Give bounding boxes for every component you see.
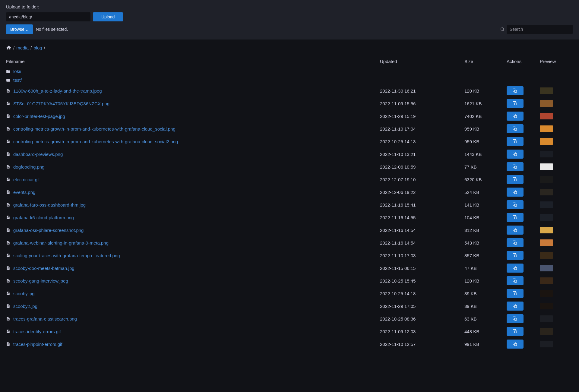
copy-button[interactable] <box>507 162 524 171</box>
copy-button[interactable] <box>507 200 524 209</box>
file-link[interactable]: STScI-01G77PKYA4T05YKJ3EDQ36NZCX.png <box>13 101 109 106</box>
file-icon <box>6 139 10 144</box>
folder-link[interactable]: loki/ <box>13 69 21 74</box>
preview-thumb[interactable] <box>540 100 553 107</box>
copy-button[interactable] <box>507 175 524 184</box>
copy-button[interactable] <box>507 302 524 311</box>
preview-thumb[interactable] <box>540 151 553 157</box>
copy-button[interactable] <box>507 150 524 159</box>
file-link[interactable]: scaling-your-traces-with-grafana-tempo_f… <box>13 253 120 258</box>
file-link[interactable]: scooby2.jpg <box>13 304 37 309</box>
copy-button[interactable] <box>507 188 524 197</box>
file-link[interactable]: dogfooding.png <box>13 164 44 169</box>
preview-thumb[interactable] <box>540 277 553 284</box>
size-cell: 77 KB <box>464 164 507 169</box>
copy-button[interactable] <box>507 226 524 235</box>
copy-button[interactable] <box>507 112 524 121</box>
preview-thumb[interactable] <box>540 315 553 322</box>
copy-icon <box>513 177 517 182</box>
updated-cell: 2022-10-25 14:18 <box>380 291 464 296</box>
preview-thumb[interactable] <box>540 189 553 195</box>
file-link[interactable]: electriccar.gif <box>13 177 40 182</box>
preview-thumb[interactable] <box>540 87 553 94</box>
folder-link[interactable]: test/ <box>13 77 22 83</box>
preview-thumb[interactable] <box>540 138 553 145</box>
file-link[interactable]: scooby.jpg <box>13 291 35 296</box>
preview-thumb[interactable] <box>540 227 553 233</box>
preview-thumb[interactable] <box>540 252 553 259</box>
table-body: loki/ test/ 1180w-600h_a-to-z-lady-and-t… <box>6 67 573 350</box>
breadcrumb: / media / blog / <box>0 40 579 56</box>
copy-button[interactable] <box>507 251 524 260</box>
file-link[interactable]: grafana-webinar-alerting-in-grafana-9-me… <box>13 240 109 245</box>
svg-point-0 <box>501 28 504 30</box>
preview-thumb[interactable] <box>540 265 553 271</box>
file-link[interactable]: 1180w-600h_a-to-z-lady-and-the-tramp.jpe… <box>13 88 102 93</box>
breadcrumb-media[interactable]: media <box>16 45 29 50</box>
copy-button[interactable] <box>507 86 524 95</box>
copy-button[interactable] <box>507 213 524 222</box>
copy-button[interactable] <box>507 238 524 247</box>
file-link[interactable]: grafana-faro-oss-dashboard-thm.jpg <box>13 202 86 207</box>
copy-button[interactable] <box>507 327 524 336</box>
file-row: dashboard-previews.png 2022-11-10 13:21 … <box>6 148 573 160</box>
header-filename[interactable]: Filename <box>6 59 380 64</box>
file-link[interactable]: scooby-gang-interview.jpeg <box>13 278 68 283</box>
home-icon[interactable] <box>6 45 11 50</box>
file-icon <box>6 266 10 270</box>
copy-button[interactable] <box>507 124 524 133</box>
preview-thumb[interactable] <box>540 328 553 335</box>
file-icon <box>6 165 10 169</box>
upload-button[interactable]: Upload <box>93 12 123 21</box>
preview-thumb[interactable] <box>540 201 553 208</box>
preview-thumb[interactable] <box>540 290 553 297</box>
copy-button[interactable] <box>507 340 524 349</box>
preview-thumb[interactable] <box>540 163 553 170</box>
actions-cell <box>507 276 540 285</box>
file-link[interactable]: grafana-k6-cloud-platform.png <box>13 215 74 220</box>
filename-cell: events.png <box>6 190 380 195</box>
header-size[interactable]: Size <box>464 59 507 64</box>
upload-path-input[interactable] <box>6 12 90 21</box>
copy-button[interactable] <box>507 289 524 298</box>
copy-button[interactable] <box>507 276 524 285</box>
preview-thumb[interactable] <box>540 239 553 246</box>
file-row: 1180w-600h_a-to-z-lady-and-the-tramp.jpe… <box>6 84 573 97</box>
copy-icon <box>513 190 517 194</box>
file-link[interactable]: traces-pinpoint-errors.gif <box>13 342 62 347</box>
file-link[interactable]: dashboard-previews.png <box>13 152 63 157</box>
file-link[interactable]: scooby-doo-meets-batman.jpg <box>13 266 74 271</box>
file-link[interactable]: traces-identify-errors.gif <box>13 329 61 334</box>
preview-thumb[interactable] <box>540 214 553 221</box>
copy-button[interactable] <box>507 99 524 108</box>
preview-thumb[interactable] <box>540 341 553 347</box>
filename-cell: traces-identify-errors.gif <box>6 329 380 334</box>
file-link[interactable]: color-printer-test-page.jpg <box>13 114 65 119</box>
actions-cell <box>507 251 540 260</box>
copy-button[interactable] <box>507 264 524 273</box>
actions-cell <box>507 188 540 197</box>
preview-thumb[interactable] <box>540 125 553 132</box>
search-input[interactable] <box>507 25 573 34</box>
preview-thumb[interactable] <box>540 113 553 119</box>
size-cell: 6320 KB <box>464 177 507 182</box>
preview-cell <box>540 328 573 335</box>
file-link[interactable]: events.png <box>13 190 35 195</box>
file-link[interactable]: grafana-oss-phlare-screenshot.png <box>13 228 84 233</box>
copy-button[interactable] <box>507 314 524 323</box>
copy-icon <box>513 152 517 156</box>
filename-cell: traces-grafana-elastisearch.png <box>6 316 380 321</box>
header-updated[interactable]: Updated <box>380 59 464 64</box>
preview-thumb[interactable] <box>540 176 553 183</box>
actions-cell <box>507 264 540 273</box>
updated-cell: 2022-12-07 19:10 <box>380 177 464 182</box>
file-link[interactable]: controling-metrics-growth-in-prom-and-ku… <box>13 139 178 144</box>
breadcrumb-blog[interactable]: blog <box>33 45 42 50</box>
svg-rect-19 <box>514 305 517 308</box>
file-link[interactable]: traces-grafana-elastisearch.png <box>13 316 77 321</box>
browse-button[interactable]: Browse… <box>6 24 33 34</box>
size-cell: 959 KB <box>464 126 507 131</box>
file-link[interactable]: controling-metrics-growth-in-prom-and-ku… <box>13 126 176 131</box>
copy-button[interactable] <box>507 137 524 146</box>
preview-thumb[interactable] <box>540 303 553 309</box>
